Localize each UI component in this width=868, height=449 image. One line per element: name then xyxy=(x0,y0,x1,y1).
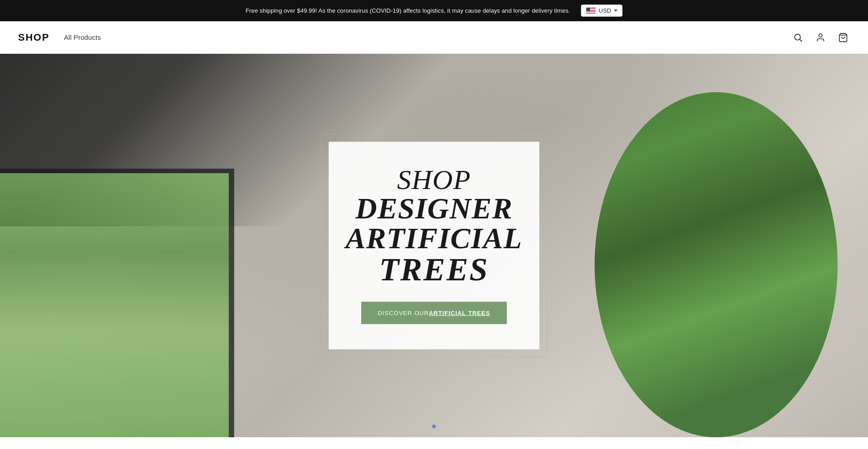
search-button[interactable] xyxy=(791,31,805,44)
hero-cta-button[interactable]: DISCOVER OUR ARTIFICIAL TREES xyxy=(361,302,507,324)
cart-button[interactable] xyxy=(836,31,850,44)
hero-section: SHOP DESIGNER ARTIFICIAL TREES DISCOVER … xyxy=(0,54,868,437)
announcement-text: Free shipping over $49.99! As the corona… xyxy=(245,7,570,14)
svg-point-2 xyxy=(819,33,822,37)
hero-title-line3: ARTIFICIAL xyxy=(346,223,523,253)
hero-dots xyxy=(432,425,436,428)
chevron-down-icon xyxy=(614,9,618,12)
svg-line-1 xyxy=(800,39,802,42)
svg-point-0 xyxy=(795,34,801,40)
hero-title-line1: SHOP xyxy=(397,165,471,194)
currency-selector[interactable]: USD xyxy=(581,5,622,17)
hero-dot-1[interactable] xyxy=(432,425,436,428)
currency-label: USD xyxy=(599,7,611,14)
announcement-bar: Free shipping over $49.99! As the corona… xyxy=(0,0,868,21)
hero-title-line2: DESIGNER xyxy=(355,194,513,223)
hero-cta-bold: ARTIFICIAL TREES xyxy=(429,310,491,317)
header: SHOP All Products xyxy=(0,21,868,54)
hero-card: SHOP DESIGNER ARTIFICIAL TREES DISCOVER … xyxy=(329,142,539,350)
hero-left-window xyxy=(0,169,234,437)
account-icon xyxy=(816,33,826,43)
nav-all-products[interactable]: All Products xyxy=(64,33,101,41)
hero-cta-prefix: DISCOVER OUR xyxy=(378,310,429,317)
logo[interactable]: SHOP xyxy=(18,32,49,43)
cart-icon xyxy=(838,33,848,43)
account-button[interactable] xyxy=(814,31,827,44)
search-icon xyxy=(793,33,803,43)
flag-icon xyxy=(586,7,596,14)
hero-content-wrapper: SHOP DESIGNER ARTIFICIAL TREES DISCOVER … xyxy=(321,134,547,357)
header-left: SHOP All Products xyxy=(18,32,101,43)
hero-outer-border: SHOP DESIGNER ARTIFICIAL TREES DISCOVER … xyxy=(321,134,547,357)
header-icons xyxy=(791,31,850,44)
hero-title-line4: TREES xyxy=(379,253,489,286)
